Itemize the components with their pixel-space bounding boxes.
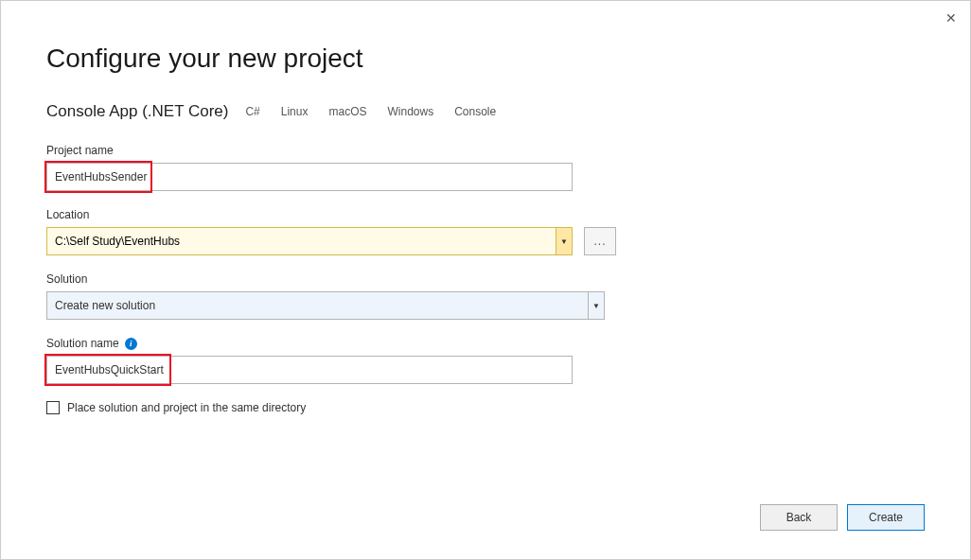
location-input[interactable] xyxy=(46,227,556,255)
template-tag: Console xyxy=(450,103,500,120)
location-combo[interactable]: ▼ xyxy=(46,227,573,255)
template-tag: Windows xyxy=(383,103,437,120)
create-button[interactable]: Create xyxy=(847,504,925,531)
location-label: Location xyxy=(46,208,925,221)
page-title: Configure your new project xyxy=(46,44,925,74)
location-dropdown-button[interactable]: ▼ xyxy=(556,227,573,255)
solution-name-input[interactable] xyxy=(46,356,573,384)
project-name-label: Project name xyxy=(46,144,925,157)
template-tag: Linux xyxy=(277,103,312,120)
solution-label: Solution xyxy=(46,272,925,286)
project-name-input[interactable] xyxy=(46,163,573,191)
chevron-down-icon: ▼ xyxy=(592,302,600,310)
solution-dropdown-value[interactable] xyxy=(46,291,588,320)
chevron-down-icon: ▼ xyxy=(560,237,568,246)
info-icon[interactable]: i xyxy=(125,338,137,350)
same-directory-label: Place solution and project in the same d… xyxy=(67,401,306,414)
template-tag: macOS xyxy=(325,103,370,120)
close-button[interactable]: ✕ xyxy=(945,10,957,26)
solution-dropdown[interactable]: ▼ xyxy=(46,291,605,320)
browse-button[interactable]: ... xyxy=(584,227,616,255)
template-name: Console App (.NET Core) xyxy=(46,102,228,121)
template-tag: C# xyxy=(241,103,263,120)
solution-name-label: Solution name xyxy=(46,337,119,350)
template-row: Console App (.NET Core) C# Linux macOS W… xyxy=(46,102,925,121)
same-directory-checkbox[interactable] xyxy=(46,401,60,414)
solution-dropdown-button[interactable]: ▼ xyxy=(588,291,605,320)
back-button[interactable]: Back xyxy=(760,504,838,531)
